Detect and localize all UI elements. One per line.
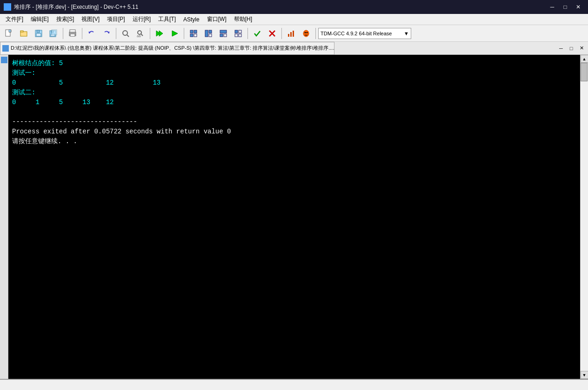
compile-run-button[interactable] xyxy=(153,27,167,40)
menu-file[interactable]: 文件[F] xyxy=(2,14,27,25)
svg-rect-4 xyxy=(37,30,40,33)
layout4-button[interactable] xyxy=(231,27,245,40)
file-tab-bar: D:\红泥巴\我的课程体系\ (信息奥赛) 课程体系\第二阶段: 提高级 (NO… xyxy=(0,42,588,55)
svg-rect-24 xyxy=(194,30,197,33)
toolbar-separator-4 xyxy=(150,28,150,39)
svg-rect-28 xyxy=(209,30,212,33)
console-line-6 xyxy=(12,107,576,117)
svg-rect-25 xyxy=(190,34,193,37)
window-title: 堆排序 - [堆排序.dev] - [Executing] - Dev-C++ … xyxy=(14,3,543,11)
save-file-button[interactable] xyxy=(32,27,46,40)
svg-marker-22 xyxy=(172,31,178,36)
scroll-down-arrow[interactable]: ▼ xyxy=(581,371,588,379)
minimize-button[interactable]: ─ xyxy=(546,2,558,12)
svg-rect-36 xyxy=(239,34,241,37)
file-path: D:\红泥巴\我的课程体系\ (信息奥赛) 课程体系\第二阶段: 提高级 (NO… xyxy=(11,45,334,52)
svg-rect-35 xyxy=(235,34,238,37)
svg-rect-33 xyxy=(235,30,238,33)
chart-button[interactable] xyxy=(284,27,298,40)
svg-marker-21 xyxy=(159,31,163,36)
open-file-button[interactable] xyxy=(17,27,31,40)
menu-help[interactable]: 帮助[H] xyxy=(230,14,256,25)
menu-run[interactable]: 运行[R] xyxy=(129,14,154,25)
svg-rect-23 xyxy=(190,30,193,33)
svg-rect-40 xyxy=(290,32,292,37)
bottom-panel-content: ─ 编译时间：0.70s xyxy=(0,380,588,390)
svg-rect-30 xyxy=(220,30,227,33)
svg-rect-9 xyxy=(52,30,57,35)
console-line-8: Process exited after 0.05722 seconds wit… xyxy=(12,127,576,137)
svg-text:ab: ab xyxy=(137,34,141,38)
toolbar-separator-8 xyxy=(315,28,316,39)
compiler-selector[interactable]: TDM-GCC 4.9.2 64-bit Release ▼ xyxy=(318,28,411,39)
menu-edit[interactable]: 编辑[E] xyxy=(27,14,53,25)
scroll-track[interactable] xyxy=(581,63,588,371)
file-tab-minimize[interactable]: ─ xyxy=(556,44,566,53)
svg-rect-41 xyxy=(293,31,294,37)
toolbar: ab TDM-GCC 4.9.2 64-bit Release ▼ xyxy=(0,25,588,42)
svg-rect-39 xyxy=(288,34,289,37)
console-line-3: 0 5 12 13 xyxy=(12,78,576,88)
scroll-up-arrow[interactable]: ▲ xyxy=(581,55,588,63)
check-button[interactable] xyxy=(250,27,264,40)
print-button[interactable] xyxy=(66,27,80,40)
menu-search[interactable]: 搜索[S] xyxy=(53,14,78,25)
run-button[interactable] xyxy=(167,27,181,40)
find-button[interactable] xyxy=(119,27,133,40)
debug-button[interactable] xyxy=(299,27,313,40)
toolbar-separator-1 xyxy=(63,28,63,39)
main-area: 树根结点的值: 5 测试一: 0 5 12 13 测试二: 0 1 5 13 1… xyxy=(0,55,588,379)
menu-project[interactable]: 项目[P] xyxy=(103,14,129,25)
console-line-5: 0 1 5 13 12 xyxy=(12,98,576,107)
svg-rect-27 xyxy=(205,30,208,37)
svg-rect-26 xyxy=(194,34,197,37)
app-icon: ► xyxy=(4,3,11,11)
console-line-1: 树根结点的值: 5 xyxy=(12,59,576,68)
svg-line-16 xyxy=(127,35,129,37)
svg-point-43 xyxy=(305,32,306,33)
file-tab-maximize[interactable]: □ xyxy=(567,44,576,53)
console-line-7: -------------------------------- xyxy=(12,117,576,127)
svg-point-42 xyxy=(303,30,309,37)
new-file-button[interactable] xyxy=(2,27,16,40)
toolbar-separator-2 xyxy=(82,28,82,39)
menu-astyle[interactable]: AStyle xyxy=(180,14,203,25)
file-tab-close[interactable]: ✕ xyxy=(577,44,586,53)
toolbar-separator-5 xyxy=(184,28,184,39)
menu-window[interactable]: 窗口[W] xyxy=(203,14,230,25)
svg-rect-34 xyxy=(239,30,241,33)
indicator-dot xyxy=(1,57,7,63)
console-line-9: 请按任意键继续. . . xyxy=(12,137,576,146)
chevron-down-icon: ▼ xyxy=(404,31,409,36)
svg-rect-32 xyxy=(224,34,227,37)
console-area[interactable]: 树根结点的值: 5 测试一: 0 5 12 13 测试二: 0 1 5 13 1… xyxy=(8,55,580,379)
layout2-button[interactable] xyxy=(201,27,215,40)
replace-button[interactable]: ab xyxy=(134,27,147,40)
compiler-selector-label: TDM-GCC 4.9.2 64-bit Release xyxy=(321,31,392,36)
vertical-scrollbar[interactable]: ▲ ▼ xyxy=(580,55,588,379)
layout1-button[interactable] xyxy=(187,27,200,40)
save-all-button[interactable] xyxy=(47,27,60,40)
svg-line-18 xyxy=(141,34,143,36)
file-tab-controls: ─ □ ✕ xyxy=(556,44,588,53)
scroll-thumb[interactable] xyxy=(581,63,588,81)
svg-point-44 xyxy=(307,32,308,33)
menu-tools[interactable]: 工具[T] xyxy=(154,14,180,25)
close-button[interactable]: ✕ xyxy=(572,2,584,12)
menu-bar: 文件[F] 编辑[E] 搜索[S] 视图[V] 项目[P] 运行[R] 工具[T… xyxy=(0,14,588,25)
maximize-button[interactable]: □ xyxy=(559,2,571,12)
svg-rect-12 xyxy=(70,34,75,36)
redo-button[interactable] xyxy=(100,27,114,40)
bottom-panel: ─ 编译时间：0.70s ◄ ► xyxy=(0,379,588,390)
layout3-button[interactable] xyxy=(216,27,230,40)
undo-button[interactable] xyxy=(85,27,99,40)
stop-button[interactable] xyxy=(265,27,279,40)
svg-rect-5 xyxy=(36,33,41,36)
toolbar-separator-7 xyxy=(281,28,282,39)
title-bar: ► 堆排序 - [堆排序.dev] - [Executing] - Dev-C+… xyxy=(0,0,588,14)
file-icon xyxy=(2,45,9,52)
window-controls: ─ □ ✕ xyxy=(546,2,584,12)
svg-point-15 xyxy=(123,31,127,35)
toolbar-separator-6 xyxy=(247,28,248,39)
menu-view[interactable]: 视图[V] xyxy=(78,14,103,25)
